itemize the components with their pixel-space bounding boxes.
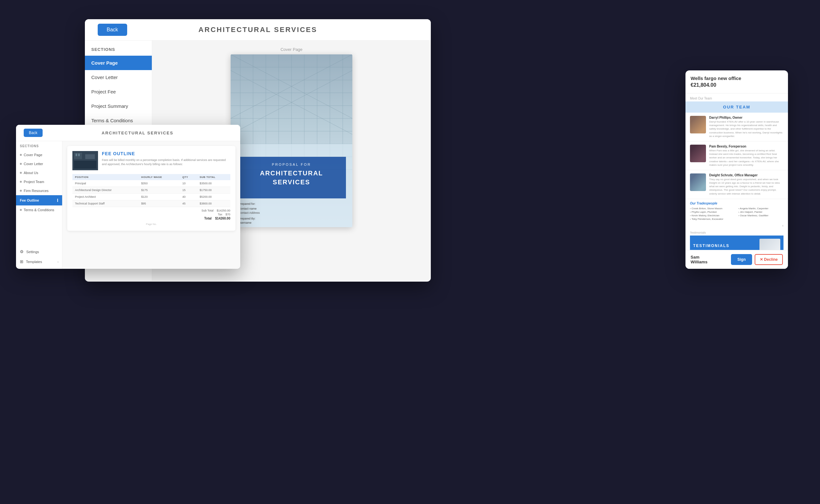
second-sidebar-terms[interactable]: Terms & Conditions	[16, 205, 62, 214]
list-item: Oscar Martinez, Gasfitter	[738, 214, 784, 217]
col-qty: QTY	[180, 174, 197, 180]
svg-text:Contact Address: Contact Address	[239, 211, 260, 214]
second-sidebar-cover-letter[interactable]: Cover Letter	[16, 159, 62, 168]
fee-outline-title: FEE OUTLINE	[102, 151, 230, 156]
member-name-pam: Pam Beesly, Foreperson	[709, 145, 784, 148]
team-content: Meet Our Team OUR TEAM Darryl Phillips, …	[686, 93, 788, 250]
tax-value: $70	[226, 213, 230, 216]
table-row: Project Architect $120 40 $5200.00	[72, 194, 230, 200]
second-back-button[interactable]: Back	[24, 129, 43, 137]
sections-label: SECTIONS	[85, 47, 152, 56]
second-window: Back ARCHITECTURAL SERVICES SECTIONS Cov…	[16, 125, 240, 269]
cell: Architectural Design Director	[72, 187, 139, 194]
second-content: FEE OUTLINE Fees will be billed monthly …	[62, 141, 240, 269]
gear-icon: ⚙	[20, 249, 24, 254]
col-subtotal: SUB TOTAL	[197, 174, 230, 180]
total-label: Total	[204, 217, 212, 220]
tradespeople-title: Our Tradespeople	[690, 202, 784, 205]
member-desc-pam: When Pam was a little girl, she dreamed …	[709, 149, 784, 167]
fee-img-svg	[72, 151, 98, 170]
svg-rect-37	[85, 154, 95, 159]
project-name: Wells fargo new office	[691, 76, 783, 81]
sidebar-item-project-fee[interactable]: Project Fee	[85, 84, 152, 99]
third-window-footer: SamWilliams Sign ✕ Decline	[686, 250, 788, 269]
fee-outline-indicator: I	[57, 198, 58, 203]
team-banner: OUR TEAM	[686, 101, 788, 113]
svg-rect-36	[78, 154, 80, 156]
list-item: Phyllis Lapin, Plumber	[690, 211, 735, 213]
subtotal-row: Sub Total $14250.00	[72, 209, 230, 212]
svg-text:SERVICES: SERVICES	[273, 179, 310, 186]
svg-rect-34	[74, 153, 82, 159]
cell: Project Architect	[72, 194, 139, 200]
second-body: SECTIONS Cover Page Cover Letter About U…	[16, 141, 240, 269]
second-sidebar-project-team[interactable]: Project Team	[16, 177, 62, 186]
team-member-dwight: Dwight Schrute, Office Manager They say …	[686, 170, 788, 199]
list-item: Creek Briton, Stone Mason	[690, 207, 735, 210]
svg-text:username: username	[239, 221, 252, 224]
tax-label: Tax	[218, 213, 222, 216]
arch-bg-svg: PROPOSAL FOR ARCHITECTURAL SERVICES Prep…	[231, 54, 352, 227]
fee-outline-header: FEE OUTLINE Fees will be billed monthly …	[72, 151, 230, 170]
templates-item[interactable]: ⊞ Templates ›	[16, 257, 62, 267]
cell: $120	[139, 194, 180, 200]
cover-page-label: Cover Page	[281, 47, 303, 54]
project-price: €21,804.00	[691, 82, 783, 88]
col-hourly: HOURLY WAGE	[139, 174, 180, 180]
second-sections-label: SECTIONS	[16, 144, 62, 150]
cell: Technical Support Staff	[72, 200, 139, 207]
tradespeople-list: Creek Briton, Stone Mason Angela Martin,…	[690, 207, 784, 220]
testimonials-banner: TESTIMONIALS	[690, 236, 784, 250]
dot-icon	[20, 190, 22, 192]
footer-buttons: Sign ✕ Decline	[731, 254, 783, 265]
avatar-pam	[690, 145, 706, 162]
second-sidebar-cover-page[interactable]: Cover Page	[16, 150, 62, 159]
templates-label: Templates	[26, 260, 42, 264]
table-row: Technical Support Staff $95 45 $3800.00	[72, 200, 230, 207]
second-sidebar-about-us[interactable]: About Us	[16, 168, 62, 177]
testimonials-label: Testimonials	[690, 231, 784, 234]
settings-label: Settings	[26, 250, 39, 254]
main-header: Back ARCHITECTURAL SERVICES	[85, 19, 431, 41]
settings-item[interactable]: ⚙ Settings	[16, 247, 62, 257]
avatar-darryl	[690, 116, 706, 133]
list-item: Toby Flenderson, Excavator	[690, 218, 735, 220]
cover-page: PROPOSAL FOR ARCHITECTURAL SERVICES Prep…	[231, 54, 352, 227]
second-sidebar-firm-resources[interactable]: Firm Resources	[16, 186, 62, 195]
testimonials-section: Testimonials TESTIMONIALS	[686, 228, 788, 250]
sign-button[interactable]: Sign	[731, 254, 752, 265]
team-info-pam: Pam Beesly, Foreperson When Pam was a li…	[709, 145, 784, 167]
cell: Principal	[72, 180, 139, 187]
third-window: Wells fargo new office €21,804.00 Meet O…	[686, 70, 788, 269]
main-back-button[interactable]: Back	[98, 24, 127, 36]
decline-button[interactable]: ✕ Decline	[755, 254, 783, 265]
member-name-dwight: Dwight Schrute, Office Manager	[709, 173, 784, 177]
sidebar-item-cover-letter[interactable]: Cover Letter	[85, 70, 152, 84]
subtotal-value: $14250.00	[217, 209, 230, 212]
svg-text:Prepared for:: Prepared for:	[239, 202, 256, 205]
svg-text:Prepared By:: Prepared By:	[239, 217, 256, 220]
page-number: 4	[686, 223, 788, 228]
cell: $5200.00	[197, 194, 230, 200]
cell: 10	[180, 180, 197, 187]
sidebar-item-cover-page[interactable]: Cover Page	[85, 56, 152, 70]
second-sidebar-fee-outline[interactable]: Fee Outline I	[16, 195, 62, 205]
member-desc-darryl: Darryl founded XTEN-AV after a 10-year c…	[709, 120, 784, 138]
main-title: ARCHITECTURAL SERVICES	[98, 26, 418, 34]
templates-chevron: ›	[57, 260, 59, 264]
fee-table: POSITION HOURLY WAGE QTY SUB TOTAL Princ…	[72, 174, 230, 207]
member-name-darryl: Darryl Phillips, Owner	[709, 116, 784, 119]
dot-icon	[20, 163, 22, 165]
testimonials-image	[760, 239, 780, 250]
dot-icon	[20, 154, 22, 156]
cell: $3800.00	[197, 200, 230, 207]
fee-outline-label: Fee Outline	[20, 198, 39, 202]
second-title: ARCHITECTURAL SERVICES	[43, 131, 233, 135]
grid-icon: ⊞	[20, 259, 23, 264]
cell: $350	[139, 180, 180, 187]
svg-text:PROPOSAL FOR: PROPOSAL FOR	[272, 163, 311, 166]
sidebar-item-project-summary[interactable]: Project Summary	[85, 99, 152, 113]
page-number: Page No.	[72, 223, 230, 226]
meet-team-label: Meet Our Team	[686, 93, 788, 101]
fee-outline-card: FEE OUTLINE Fees will be billed monthly …	[67, 146, 236, 231]
